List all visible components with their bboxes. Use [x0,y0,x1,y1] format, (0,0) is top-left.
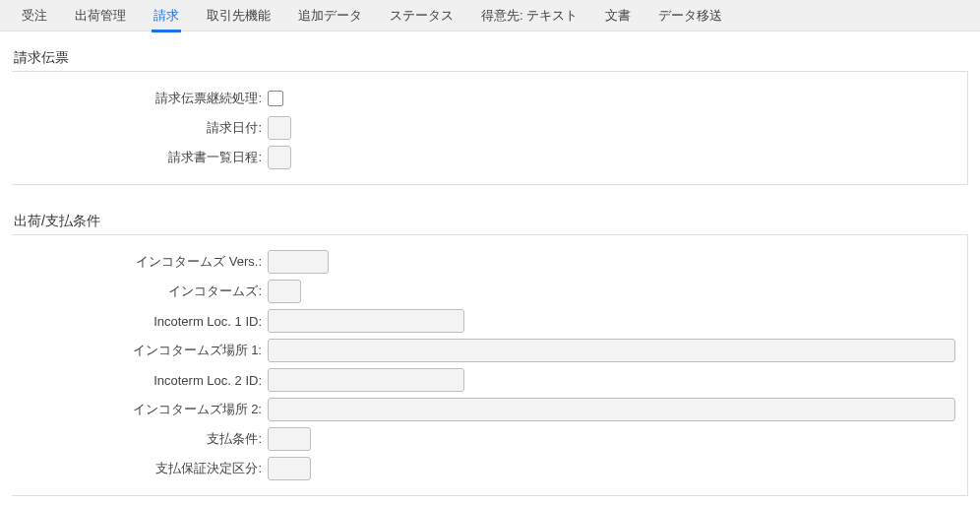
row-incoterms-version: インコタームズ Vers.: [12,249,955,275]
input-payment-terms[interactable] [268,427,311,451]
tab-status[interactable]: ステータス [376,0,467,32]
page-root: 受注 出荷管理 請求 取引先機能 追加データ ステータス 得意先: テキスト 文… [0,0,980,505]
input-incoterm-loc2[interactable] [268,398,955,421]
row-incoterm-loc2-id: Incoterm Loc. 2 ID: [12,367,955,393]
content-area: 請求伝票 請求伝票継続処理: 請求日付: 請求書一覧日程: 出荷/支払条件 [0,32,980,496]
row-payment-guarantee: 支払保証決定区分: [12,456,955,481]
label-incoterm-loc1-id: Incoterm Loc. 1 ID: [12,314,268,329]
input-payment-guarantee[interactable] [268,457,311,480]
section-shipping-payment-title: 出荷/支払条件 [12,213,968,230]
section-shipping-payment: 出荷/支払条件 インコタームズ Vers.: インコタームズ: Incoterm… [12,213,968,496]
label-incoterm-loc2: インコタームズ場所 2: [12,401,268,418]
label-billing-date: 請求日付: [12,119,268,137]
tab-documents[interactable]: 文書 [591,0,644,32]
row-incoterms: インコタームズ: [12,279,955,304]
row-incoterm-loc2: インコタームズ場所 2: [12,397,955,422]
input-incoterms[interactable] [268,280,301,303]
input-incoterm-loc2-id[interactable] [268,368,464,392]
label-incoterms-version: インコタームズ Vers.: [12,253,268,271]
input-incoterm-loc1-id[interactable] [268,309,464,333]
section-shipping-payment-body: インコタームズ Vers.: インコタームズ: Incoterm Loc. 1 … [12,234,968,496]
section-billing-doc: 請求伝票 請求伝票継続処理: 請求日付: 請求書一覧日程: [12,49,968,185]
section-billing-doc-body: 請求伝票継続処理: 請求日付: 請求書一覧日程: [12,71,968,185]
input-incoterms-version[interactable] [268,250,329,274]
label-incoterm-loc1: インコタームズ場所 1: [12,342,268,359]
row-incoterm-loc1-id: Incoterm Loc. 1 ID: [12,308,955,334]
tab-bar: 受注 出荷管理 請求 取引先機能 追加データ ステータス 得意先: テキスト 文… [0,0,980,32]
input-billing-date[interactable] [268,116,291,140]
input-incoterm-loc1[interactable] [268,339,955,362]
tab-data-transfer[interactable]: データ移送 [644,0,736,32]
row-payment-terms: 支払条件: [12,426,955,452]
label-billing-continuation: 請求伝票継続処理: [12,90,268,107]
label-incoterm-loc2-id: Incoterm Loc. 2 ID: [12,373,268,388]
row-billing-date: 請求日付: [12,115,955,141]
label-billing-list-schedule: 請求書一覧日程: [12,149,268,166]
row-billing-continuation: 請求伝票継続処理: [12,86,955,111]
row-billing-list-schedule: 請求書一覧日程: [12,145,955,170]
section-billing-doc-title: 請求伝票 [12,49,968,67]
input-billing-list-schedule[interactable] [268,146,291,169]
tab-shipping-mgmt[interactable]: 出荷管理 [61,0,140,32]
row-incoterm-loc1: インコタームズ場所 1: [12,338,955,363]
label-payment-terms: 支払条件: [12,430,268,448]
checkbox-billing-continuation[interactable] [268,91,283,106]
tab-billing[interactable]: 請求 [140,0,193,32]
tab-partner-function[interactable]: 取引先機能 [193,0,284,32]
tab-customer-text[interactable]: 得意先: テキスト [467,0,591,32]
label-payment-guarantee: 支払保証決定区分: [12,460,268,477]
tab-additional-data[interactable]: 追加データ [284,0,376,32]
tab-order[interactable]: 受注 [8,0,61,32]
label-incoterms: インコタームズ: [12,283,268,300]
